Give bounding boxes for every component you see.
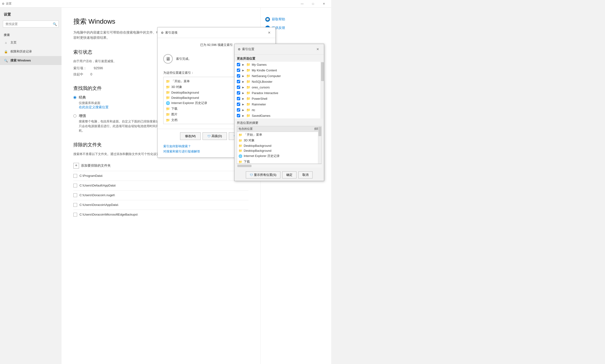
folder-icon-my-games: 📁 (246, 63, 250, 66)
folder-icon-6: 📁 (166, 113, 170, 116)
sidebar-item-home[interactable]: ⌂ 主页 (0, 38, 62, 47)
close-button[interactable]: ✕ (318, 0, 329, 8)
loc-nosql[interactable]: ▶ 📁 NoSQLBooster (234, 79, 324, 84)
loc-savedgames[interactable]: ▶ 📁 SavedGames (234, 113, 324, 118)
summary-list-container: 包含的位置 排除 📁 「开始」菜单 📁 3D 对象 📁 DesktopBackg… (237, 126, 322, 164)
summary-item-5[interactable]: 📁 下载 (237, 159, 321, 164)
summary-header: 包含的位置 排除 (237, 126, 321, 132)
loc-checkbox-my-kindle[interactable] (237, 68, 240, 72)
summary-item-0[interactable]: 📁 「开始」菜单 (237, 132, 321, 138)
folder-icon-0: 📁 (166, 79, 170, 83)
loc-checkbox-savedgames[interactable] (237, 114, 240, 117)
loc-checkbox-nosql[interactable] (237, 80, 240, 83)
search-input[interactable] (3, 21, 59, 27)
loc-name-oreo: oreo_cursors (252, 86, 322, 89)
loc-my-games[interactable]: ▶ 📁 My Games (234, 62, 324, 67)
loc-paradox[interactable]: ▶ 📁 Paradox Interactive (234, 90, 324, 96)
summary-item-3[interactable]: 📁 DesktopBackground (237, 148, 321, 153)
folder-icon-savedgames: 📁 (246, 114, 250, 117)
sidebar-title: 设置 (4, 12, 11, 17)
index-location-close-button[interactable]: ✕ (315, 46, 321, 52)
trouble-link[interactable]: 对搜索和索引进行疑难解答 (163, 150, 200, 153)
folder-checkbox-0 (73, 174, 77, 178)
folder-icon-rtc: 📁 (246, 108, 250, 112)
si-globe-4: 🌐 (238, 154, 242, 158)
loc-netsarang[interactable]: ▶ 📁 NetSarang Computer (234, 73, 324, 79)
titlebar-text: 设置 (6, 2, 12, 6)
folder-icon-powershell: 📁 (246, 97, 250, 101)
summary-label: 所选位置的摘要 (237, 121, 322, 125)
gear-icon: ⚙ (161, 31, 164, 35)
maximize-button[interactable]: □ (308, 0, 318, 8)
chat-icon: 💬 (265, 17, 270, 22)
expand-oreo[interactable]: ▶ (242, 86, 245, 89)
folder-icon-1: 📁 (166, 85, 170, 89)
folder-icon-oreo: 📁 (246, 85, 250, 89)
expand-netsarang[interactable]: ▶ (242, 74, 245, 78)
loc-name-paradox: Paradox Interactive (252, 91, 322, 95)
expand-rtc[interactable]: ▶ (242, 108, 245, 112)
customize-search-link[interactable]: 在此自定义搜索位置 (79, 105, 109, 109)
summary-item-2[interactable]: 📁 DesktopBackground (237, 143, 321, 148)
expand-my-kindle[interactable]: ▶ (242, 68, 245, 72)
loc-checkbox-netsarang[interactable] (237, 74, 240, 78)
titlebar-controls: — □ ✕ (297, 0, 329, 8)
loc-label-0: 「开始」菜单 (171, 79, 190, 83)
classic-radio[interactable] (73, 96, 76, 99)
expand-my-games[interactable]: ▶ (242, 63, 245, 66)
get-help-item[interactable]: 💬 获取帮助 (265, 17, 327, 22)
expand-nosql[interactable]: ▶ (242, 80, 245, 83)
index-items-value: 92596 (94, 66, 103, 70)
change-section-label: 更改所选位置 (234, 55, 324, 62)
summary-item-4[interactable]: 🌐 Internet Explorer 历史记录 (237, 153, 321, 159)
ok-button[interactable]: 确定 (282, 171, 296, 179)
index-location-dialog: ⚙ 索引位置 ✕ 更改所选位置 ▶ 📁 My Games ▶ 📁 My Kind… (234, 44, 324, 181)
index-options-close-button[interactable]: ✕ (266, 30, 272, 36)
globe-icon-4: 🌐 (166, 101, 170, 105)
settings-titlebar: ⚙ 设置 — □ ✕ (0, 0, 331, 8)
si-folder-2: 📁 (238, 144, 242, 147)
sidebar-item-search[interactable]: 🔍 搜索 Windows (0, 56, 62, 65)
minimize-button[interactable]: — (297, 0, 308, 8)
list-scrollbar[interactable] (321, 62, 324, 118)
show-all-button[interactable]: 🛡 显示所有位置(S) (246, 171, 280, 179)
loc-rainmeter[interactable]: ▶ 📁 Rainmeter (234, 101, 324, 107)
loc-checkbox-rtc[interactable] (237, 108, 240, 112)
si-folder-0: 📁 (238, 133, 242, 137)
expand-powershell[interactable]: ▶ (242, 97, 245, 100)
titlebar-title: ⚙ 设置 (2, 2, 12, 6)
summary-item-1[interactable]: 📁 3D 对象 (237, 138, 321, 143)
classic-option-content: 经典 仅搜索库和桌面 在此自定义搜索位置 (79, 95, 109, 110)
index-options-title: ⚙ 索引选项 (161, 30, 178, 35)
summary-scrollbar[interactable] (318, 126, 321, 164)
add-icon: + (73, 163, 79, 169)
sidebar-item-permissions[interactable]: 🔒 权限和历史记录 (0, 47, 62, 56)
advanced-button[interactable]: 🛡 高级(D) (203, 132, 227, 140)
loc-checkbox-powershell[interactable] (237, 97, 240, 100)
loc-my-kindle[interactable]: ▶ 📁 My Kindle Content (234, 67, 324, 73)
cancel-button[interactable]: 取消 (298, 171, 313, 179)
expand-savedgames[interactable]: ▶ (242, 114, 245, 117)
h-scroll[interactable] (237, 164, 322, 168)
loc-checkbox-my-games[interactable] (237, 63, 240, 66)
loc-rtc[interactable]: ▶ 📁 rtc (234, 107, 324, 113)
folder-icon-paradox: 📁 (246, 91, 250, 95)
si-folder-3: 📁 (238, 149, 242, 153)
si-label-3: DesktopBackground (244, 149, 271, 153)
expand-rainmeter[interactable]: ▶ (242, 103, 245, 106)
get-help-label: 获取帮助 (272, 17, 285, 22)
loc-powershell[interactable]: ▶ 📁 PowerShell (234, 96, 324, 101)
loc-checkbox-rainmeter[interactable] (237, 103, 240, 106)
add-folder-button[interactable]: + 添加要排除的文件夹 (73, 160, 111, 171)
folder-checkbox-2 (73, 193, 77, 197)
expand-paradox[interactable]: ▶ (242, 91, 245, 94)
loc-oreo[interactable]: ▶ 📁 oreo_cursors (234, 84, 324, 90)
folder-icon-2: 📁 (166, 91, 170, 94)
folder-checkbox-1 (73, 184, 77, 187)
modify-button[interactable]: 修改(M) (180, 132, 201, 140)
locations-label-text: 为这些位置建立索引： (163, 71, 194, 75)
loc-checkbox-paradox[interactable] (237, 91, 240, 94)
enhanced-radio[interactable] (73, 114, 76, 117)
loc-checkbox-oreo[interactable] (237, 86, 240, 89)
affect-link[interactable]: 索引如何影响搜索？ (163, 144, 191, 148)
